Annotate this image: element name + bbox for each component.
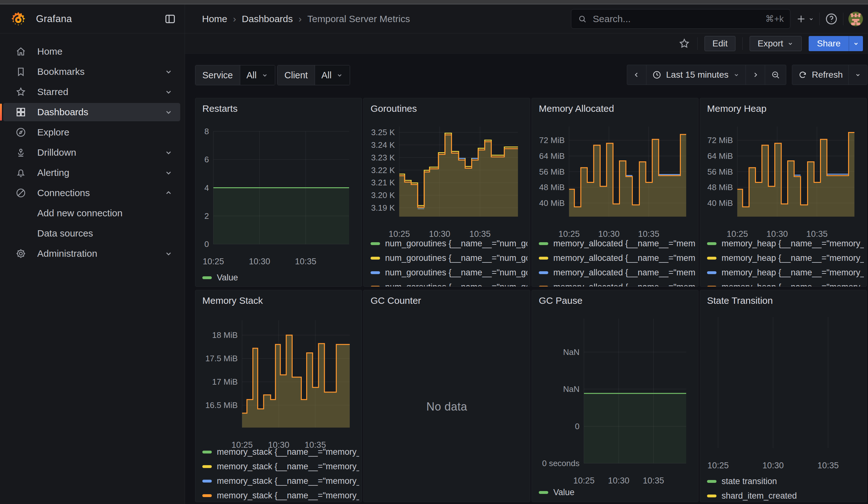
dock-sidebar-icon[interactable]: [164, 13, 176, 25]
svg-text:0: 0: [575, 422, 579, 431]
favorite-star-icon[interactable]: [678, 38, 690, 50]
legend-label: memory_stack {__name__="memory_s: [217, 476, 359, 486]
dashboard-actions-row: Edit Export Share: [185, 33, 868, 54]
user-avatar[interactable]: [848, 12, 863, 26]
panel-title[interactable]: GC Counter: [371, 295, 421, 306]
legend-color-chip: [371, 257, 380, 260]
sidebar-item-home[interactable]: Home: [3, 42, 180, 61]
legend-item[interactable]: memory_allocated {__name__="memo: [539, 252, 696, 264]
legend-item[interactable]: memory_allocated {__name__="memo: [539, 281, 696, 287]
sidebar-item-alerting[interactable]: Alerting: [3, 164, 180, 182]
svg-text:72 MiB: 72 MiB: [539, 135, 565, 145]
help-button[interactable]: [825, 12, 838, 25]
svg-text:56 MiB: 56 MiB: [707, 167, 733, 176]
chevron-up-icon[interactable]: [164, 188, 173, 198]
legend-item[interactable]: memory_heap {__name__="memory_h: [707, 281, 864, 287]
legend-item[interactable]: memory_heap {__name__="memory_h: [707, 252, 864, 264]
svg-text:16.5 MiB: 16.5 MiB: [205, 400, 238, 410]
legend-item[interactable]: memory_heap {__name__="memory_h: [707, 237, 864, 250]
breadcrumb-home[interactable]: Home: [202, 13, 227, 24]
legend-label: num_goroutines {__name__="num_go: [385, 282, 527, 287]
legend-label: num_goroutines {__name__="num_go: [385, 268, 527, 278]
legend-item[interactable]: memory_stack {__name__="memory_s: [202, 460, 359, 473]
legend-item[interactable]: num_goroutines {__name__="num_go: [371, 237, 527, 250]
svg-text:10:30: 10:30: [249, 257, 270, 266]
legend-item[interactable]: Value: [539, 486, 696, 498]
svg-text:56 MiB: 56 MiB: [539, 167, 565, 176]
legend-item[interactable]: memory_allocated {__name__="memo: [539, 266, 696, 279]
share-button[interactable]: Share: [809, 36, 849, 51]
chevron-down-icon[interactable]: [164, 249, 173, 258]
legend-color-chip: [371, 286, 380, 287]
legend-item[interactable]: shard_item_created: [707, 490, 864, 502]
legend-item[interactable]: num_goroutines {__name__="num_go: [371, 281, 527, 287]
chevron-down-icon[interactable]: [164, 168, 173, 177]
sidebar-item-add-new-connection[interactable]: Add new connection: [3, 204, 180, 222]
search-input-wrapper[interactable]: ⌘+k: [571, 9, 790, 29]
legend-item[interactable]: Value: [202, 271, 359, 284]
add-new-button[interactable]: [795, 13, 814, 25]
breadcrumb-dashboards[interactable]: Dashboards: [242, 13, 293, 24]
legend-item[interactable]: num_goroutines {__name__="num_go: [371, 266, 527, 279]
chevron-down-icon: [787, 40, 794, 47]
svg-text:4: 4: [205, 183, 209, 193]
sidebar-item-dashboards[interactable]: Dashboards: [3, 103, 180, 121]
svg-text:NaN: NaN: [563, 384, 579, 394]
mega-menu-sidebar: HomeBookmarksStarredDashboardsExploreDri…: [0, 33, 185, 504]
sidebar-item-administration[interactable]: Administration: [3, 245, 180, 263]
export-button[interactable]: Export: [750, 36, 802, 51]
svg-text:48 MiB: 48 MiB: [539, 183, 565, 192]
legend-color-chip: [707, 495, 716, 497]
sidebar-item-label: Add new connection: [37, 208, 123, 218]
sidebar-item-label: Drilldown: [37, 147, 76, 158]
sidebar-item-connections[interactable]: Connections: [3, 184, 180, 202]
svg-text:8: 8: [205, 127, 209, 136]
plug-icon: [15, 187, 27, 199]
chevron-down-icon[interactable]: [164, 148, 173, 157]
legend-label: memory_stack {__name__="memory_s: [217, 491, 359, 501]
sidebar-item-explore[interactable]: Explore: [3, 123, 180, 142]
svg-text:3.23 K: 3.23 K: [371, 153, 395, 162]
svg-text:2: 2: [205, 211, 209, 221]
chevron-down-icon[interactable]: [164, 67, 173, 76]
gc_pause-chart[interactable]: NaNNaN00 seconds10:2510:3010:35: [532, 290, 698, 502]
sidebar-item-starred[interactable]: Starred: [3, 83, 180, 101]
legend-color-chip: [707, 242, 716, 245]
legend-color-chip: [202, 451, 212, 453]
svg-text:10:35: 10:35: [295, 257, 317, 266]
legend-item[interactable]: memory_heap {__name__="memory_h: [707, 266, 864, 279]
legend-item[interactable]: memory_stack {__name__="memory_s: [202, 489, 359, 502]
svg-text:3.24 K: 3.24 K: [371, 140, 395, 150]
sidebar-item-data-sources[interactable]: Data sources: [3, 224, 180, 243]
share-menu-button[interactable]: [849, 36, 863, 51]
legend-label: memory_heap {__name__="memory_h: [722, 239, 864, 248]
no-data-message: No data: [364, 400, 530, 413]
sidebar-item-bookmarks[interactable]: Bookmarks: [3, 63, 180, 81]
edit-button[interactable]: Edit: [704, 36, 735, 51]
svg-text:10:25: 10:25: [707, 461, 729, 470]
legend-item[interactable]: memory_allocated {__name__="memo: [539, 237, 696, 250]
legend-item[interactable]: num_goroutines {__name__="num_go: [371, 252, 527, 264]
legend-color-chip: [539, 257, 548, 260]
plus-icon: [795, 13, 807, 25]
legend-item[interactable]: memory_stack {__name__="memory_s: [202, 475, 359, 487]
chevron-down-icon[interactable]: [164, 107, 173, 117]
legend-item[interactable]: state transition: [707, 475, 864, 487]
legend-label: memory_allocated {__name__="memo: [553, 268, 696, 278]
restarts-chart[interactable]: 8642010:2510:3010:35: [195, 98, 362, 286]
search-input[interactable]: [592, 13, 765, 25]
selected-accent-bar: [0, 104, 2, 121]
sidebar-item-drilldown[interactable]: Drilldown: [3, 143, 180, 162]
sidebar-item-label: Administration: [37, 248, 97, 259]
legend-color-chip: [707, 271, 716, 274]
compass-icon: [15, 127, 27, 138]
legend-item[interactable]: memory_stack {__name__="memory_s: [202, 445, 359, 458]
legend-label: num_goroutines {__name__="num_go: [385, 253, 527, 263]
apps-icon: [15, 106, 27, 118]
panel-restarts: Restarts8642010:2510:3010:35Value: [195, 98, 362, 287]
svg-text:10:25: 10:25: [203, 257, 224, 266]
svg-text:3.20 K: 3.20 K: [371, 191, 395, 200]
chevron-down-icon[interactable]: [164, 87, 173, 96]
chevron-down-icon: [852, 40, 859, 47]
state_transition-chart[interactable]: 10:2510:3010:35: [700, 290, 866, 502]
